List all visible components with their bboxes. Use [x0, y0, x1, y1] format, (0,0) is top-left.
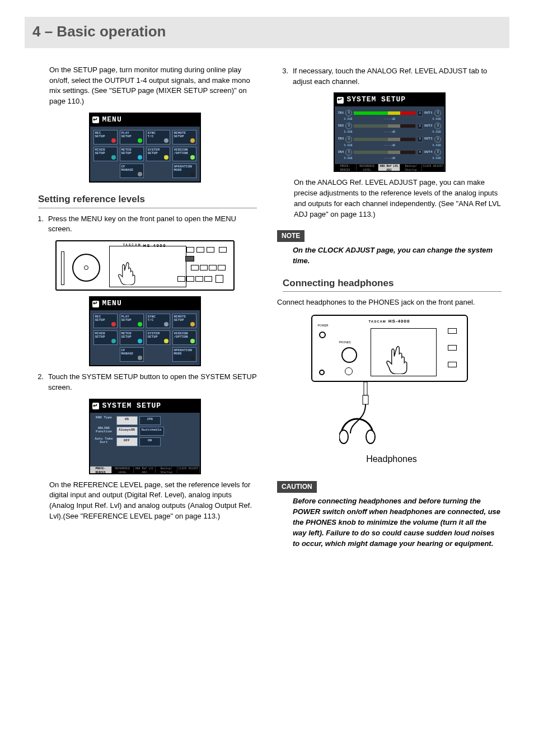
in-knob[interactable] — [345, 110, 352, 116]
sys-option-button[interactable]: OFF — [116, 437, 138, 446]
step-1-num: 1. — [32, 214, 48, 235]
lcd-title-bar: ↩ MENU — [90, 114, 200, 127]
menu-button[interactable]: REC SETUP — [93, 130, 118, 144]
menu-button[interactable]: VERSION /OPTION — [172, 330, 196, 345]
lcd-menu: ↩MENU REC SETUPPLAY SETUPSYNC T/CREMOTE … — [89, 296, 201, 366]
menu-button[interactable]: CF MANAGE — [120, 164, 144, 178]
left-column: On the SETUP page, turn monitor muting d… — [32, 63, 257, 756]
caution-body: Before connecting headphones and before … — [293, 496, 502, 549]
front-panel: TASCAMHS-4000 — [55, 240, 235, 291]
menu-button[interactable]: REMOTE SETUP — [172, 130, 196, 144]
fig-system-setup: ↩SYSTEM SETUP KBD TypeUSJPNONLINE Functi… — [32, 399, 257, 474]
out-db: 0.0dB — [427, 144, 441, 148]
step-2: 2. Touch the SYSTEM SETUP button to open… — [32, 372, 257, 393]
step-3: 3. If necessary, touch the ANALOG Ref. L… — [277, 66, 502, 87]
in-db: 0.0dB — [338, 118, 353, 122]
intro-para: On the SETUP page, turn monitor muting d… — [49, 65, 257, 107]
in-label: IN2 — [338, 124, 344, 129]
sys-tab[interactable]: PREFE- RENCES — [90, 466, 112, 473]
fig-front-panel: TASCAMHS-4000 — [32, 240, 257, 291]
ana-tab[interactable]: PREFE- RENCES — [335, 164, 357, 171]
section-headphones: Connecting headphones — [283, 277, 502, 292]
out-knob[interactable] — [434, 136, 441, 143]
menu-button[interactable]: VERSION /OPTION — [172, 147, 196, 161]
out-knob[interactable] — [434, 123, 441, 129]
note-tag: NOTE — [277, 230, 305, 242]
caution-tag: CAUTION — [277, 481, 317, 493]
out-db: 0.0dB — [427, 130, 441, 134]
ana-tab[interactable]: ANA Ref LVL ADJ — [378, 164, 400, 171]
menu-button[interactable]: SYNC T/C — [146, 314, 170, 328]
svg-rect-1 — [363, 395, 368, 404]
menu-button[interactable]: METER SETUP — [120, 330, 144, 345]
in-label: IN4 — [338, 150, 344, 155]
back-icon: ↩ — [337, 97, 344, 104]
menu-button[interactable]: OPERATION MODE — [172, 347, 196, 362]
step-3-num: 3. — [277, 66, 293, 87]
sys-option-button[interactable]: JPN — [139, 416, 161, 425]
in-db: 0.0dB — [338, 144, 353, 148]
in-knob[interactable] — [345, 123, 352, 129]
fig-menu-1: ↩ MENU REC SETUPPLAY SETUPSYNC T/CREMOTE… — [32, 113, 257, 183]
chapter-title: 4 – Basic operation — [32, 21, 502, 43]
hand-icon — [385, 344, 411, 374]
sys-tab[interactable]: ANA Ref LVL ADJ — [134, 466, 156, 473]
menu-button[interactable]: OPERATION MODE — [172, 164, 196, 178]
sys-tab[interactable]: REFERENCE LEVEL — [112, 466, 134, 473]
out-knob[interactable] — [434, 149, 441, 156]
sys-option-button[interactable]: ON — [139, 437, 161, 446]
out-label: OUT1 — [424, 111, 432, 116]
menu-button[interactable]: MIXER SETUP — [93, 330, 118, 345]
sys-tab[interactable]: CLOCK ADJUST — [177, 466, 199, 473]
level-meter — [354, 111, 415, 115]
step-1-body: Press the MENU key on the front panel to… — [48, 214, 257, 235]
phones-knob — [341, 347, 357, 363]
hp-label: Headphones — [366, 454, 417, 464]
back-icon: ↩ — [92, 116, 99, 123]
ana-tab[interactable]: REFERENCE LEVEL — [357, 164, 378, 171]
ana-tab[interactable]: CLOCK ADJUST — [422, 164, 444, 171]
sys-option-button[interactable]: Switchable — [139, 427, 164, 436]
in-label: IN1 — [338, 111, 344, 116]
sys-tab[interactable]: Backup/ Startup — [156, 466, 177, 473]
svg-point-2 — [339, 430, 348, 444]
in-knob[interactable] — [345, 136, 352, 143]
channel-index: 3 — [417, 136, 423, 142]
step-2-body: Touch the SYSTEM SETUP button to open th… — [48, 372, 257, 393]
sys-row-label: Auto Take Sort — [93, 437, 115, 446]
ana-tab[interactable]: Backup/ Startup — [400, 164, 422, 171]
menu-button[interactable]: SYSTEM SETUP — [146, 147, 170, 161]
sys-option-button[interactable]: US — [116, 416, 138, 425]
lcd-system-setup: ↩SYSTEM SETUP KBD TypeUSJPNONLINE Functi… — [89, 399, 201, 474]
hp-btn — [448, 328, 457, 334]
channel-index: 4 — [417, 150, 423, 156]
sys-option-button[interactable]: AlwaysON — [116, 427, 138, 436]
ana-channel-row: IN44OUT4 — [338, 149, 441, 156]
panel-btn — [207, 247, 214, 253]
ref-level-para: On the REFERENCE LEVEL page, set the ref… — [49, 480, 257, 522]
menu-button[interactable]: REC SETUP — [93, 314, 118, 328]
ana-para: On the ANALOG Ref. LEVEL ADJUST page, yo… — [294, 178, 502, 220]
menu-button[interactable]: CF MANAGE — [120, 347, 144, 362]
menu-button[interactable]: SYSTEM SETUP — [146, 330, 170, 345]
menu-button[interactable]: MIXER SETUP — [93, 147, 118, 161]
chapter-banner: 4 – Basic operation — [25, 17, 509, 48]
ana-channel-row: IN22OUT2 — [338, 123, 441, 129]
ana-channel-row: IN33OUT3 — [338, 136, 441, 143]
menu-button[interactable]: PLAY SETUP — [120, 130, 144, 144]
menu-button[interactable]: PLAY SETUP — [120, 314, 144, 328]
svg-point-3 — [366, 430, 375, 444]
fig-ana-ref: ↩SYSTEM SETUP IN11OUT10.0dB-----dB0.0dBI… — [277, 92, 502, 172]
meter-db: -----dB — [354, 118, 425, 122]
section-ref-levels: Setting reference levels — [38, 193, 257, 208]
in-db: 0.0dB — [338, 157, 353, 161]
menu-button[interactable]: REMOTE SETUP — [172, 314, 196, 328]
out-knob[interactable] — [434, 110, 441, 116]
out-label: OUT3 — [424, 137, 432, 142]
conn-para: Connect headphones to the PHONES jack on… — [277, 297, 502, 308]
menu-button[interactable]: SYNC T/C — [146, 130, 170, 144]
fig-headphones: TASCAMHS-4000 POWER PHONES — [311, 315, 468, 475]
sys-row-label: KBD Type — [93, 416, 115, 425]
menu-button[interactable]: METER SETUP — [120, 147, 144, 161]
in-knob[interactable] — [345, 149, 352, 156]
